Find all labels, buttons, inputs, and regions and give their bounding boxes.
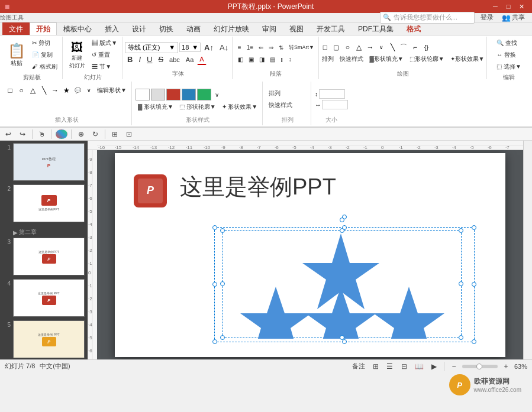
theme-color[interactable] — [56, 129, 67, 139]
style-more[interactable]: ∨ — [212, 89, 221, 100]
shape-triangle[interactable]: △ — [353, 42, 364, 53]
inner-handle-rotate[interactable] — [340, 218, 344, 222]
replace-btn[interactable]: ↔ 替换 — [494, 50, 524, 60]
tab-design[interactable]: 设计 — [125, 22, 153, 35]
fmt-shape-star5[interactable]: ★ — [61, 85, 72, 96]
slide-thumb-4[interactable]: 这里是举例 PPT P — [13, 279, 85, 317]
shape-rounded-rect[interactable]: ▢ — [331, 42, 341, 53]
shape-line[interactable]: ╲ — [387, 42, 398, 53]
maximize-btn[interactable]: □ — [502, 2, 514, 11]
quick-styles-fmt-btn[interactable]: 快速样式 — [266, 100, 308, 111]
redo-btn[interactable]: ↪ — [17, 128, 28, 140]
fmt-shape-callout[interactable]: 💬 — [72, 85, 83, 96]
line-spacing-btn[interactable]: ↕ — [286, 54, 294, 64]
strikethrough-btn[interactable]: S — [156, 54, 166, 65]
shape-callout[interactable]: {} — [421, 42, 431, 53]
shape-effect-fmt[interactable]: ✦ 形状效果▼ — [220, 102, 260, 112]
handle-tl[interactable] — [212, 225, 217, 230]
search-input[interactable]: 🔍 告诉我您想要做什么... — [380, 12, 475, 24]
outline-view-btn[interactable]: ☰ — [384, 361, 396, 372]
quick-styles-btn[interactable]: 快速样式 — [337, 54, 366, 64]
select-btn[interactable]: ⬚ 选择▼ — [494, 61, 524, 72]
text-direction-btn[interactable]: ⇅ — [276, 42, 286, 53]
font-size-decrease[interactable]: A↓ — [217, 42, 231, 53]
star-bottom-right[interactable] — [373, 287, 444, 339]
login-btn[interactable]: 登录 — [478, 12, 496, 22]
style-3[interactable] — [166, 89, 180, 100]
align-left-btn[interactable]: ◧ — [236, 54, 246, 64]
cut-btn[interactable]: ✂ 剪切 — [30, 38, 60, 48]
underline-btn[interactable]: U — [144, 54, 154, 65]
paint-tool[interactable]: ⊡ — [123, 128, 135, 140]
arrange-btn[interactable]: 排列 — [320, 54, 336, 64]
font-name-select[interactable]: 等线 (正文)▼ — [125, 42, 178, 53]
fmt-shape-arrow[interactable]: → — [50, 85, 60, 96]
zoom-in-btn[interactable]: + — [500, 361, 512, 372]
shape-rect[interactable]: □ — [320, 42, 330, 53]
slide-item-2[interactable]: 2 P 这里是举例PPT — [2, 184, 85, 222]
decrease-indent-btn[interactable]: ⇐ — [256, 42, 266, 53]
copy-btn[interactable]: 📄 复制 — [30, 50, 60, 60]
shape-fill-fmt[interactable]: ▓ 形状填充▼ — [136, 102, 176, 112]
star-bottom-left[interactable] — [240, 287, 311, 339]
handle-tr[interactable] — [472, 225, 476, 230]
reading-view-btn[interactable]: 📖 — [412, 361, 426, 372]
star-bottom-center[interactable] — [305, 287, 376, 339]
tab-file[interactable]: 文件 — [2, 22, 30, 35]
zoom-slider[interactable] — [462, 365, 498, 368]
find-btn[interactable]: 🔍 查找 — [494, 38, 524, 48]
undo-btn[interactable]: ↩ — [2, 128, 14, 140]
slide-thumb-5[interactable]: 这里是举例 PPT P — [13, 320, 85, 358]
fmt-shape-oval[interactable]: ○ — [16, 85, 27, 96]
slide-item-4[interactable]: 4 这里是举例 PPT P — [2, 279, 85, 317]
shape-arrow[interactable]: → — [365, 42, 375, 53]
slide-thumb-1[interactable]: PPT教程 P — [13, 143, 85, 181]
font-size-increase[interactable]: A↑ — [202, 42, 216, 53]
handle-bl[interactable] — [212, 339, 217, 344]
slide-item-1[interactable]: 1 PPT教程 P — [2, 143, 85, 181]
handle-mr[interactable] — [472, 282, 476, 287]
tab-animations[interactable]: 动画 — [180, 22, 207, 35]
inner-handle-mr[interactable] — [459, 281, 463, 286]
tab-pdf[interactable]: PDF工具集 — [352, 22, 400, 35]
tab-templates[interactable]: 模板中心 — [57, 22, 98, 35]
tab-insert[interactable]: 插入 — [98, 22, 125, 35]
tab-home[interactable]: 开始 — [30, 22, 57, 35]
convert-smartart-btn[interactable]: 转SmArt▼ — [286, 42, 317, 53]
close-btn[interactable]: ✕ — [515, 2, 527, 11]
justify-btn[interactable]: ▤ — [267, 54, 278, 64]
tab-format[interactable]: 格式 — [400, 22, 427, 35]
format-tool[interactable]: ⊞ — [109, 128, 121, 140]
handle-bc[interactable] — [342, 339, 347, 344]
handle-ml[interactable] — [212, 282, 217, 287]
fmt-shape-tri[interactable]: △ — [27, 85, 38, 96]
shape-outline-fmt[interactable]: ⬚ 形状轮廓▼ — [177, 102, 218, 112]
inner-handle-tc[interactable] — [340, 228, 344, 233]
increase-indent-btn[interactable]: ⇒ — [266, 42, 276, 53]
stars-selection-outer[interactable] — [214, 227, 475, 342]
layout-btn[interactable]: ▦ 版式▼ — [89, 38, 120, 48]
tab-transitions[interactable]: 切换 — [153, 22, 180, 35]
font-size-select[interactable]: 18▼ — [179, 43, 201, 52]
slide-item-3[interactable]: 3 这里是举例PPT P — [2, 238, 85, 275]
slide-thumb-3[interactable]: 这里是举例PPT P — [13, 238, 85, 275]
shape-arc[interactable]: ⌒ — [398, 42, 409, 53]
fmt-shape-rect[interactable]: □ — [5, 85, 15, 96]
shape-oval[interactable]: ○ — [342, 42, 353, 53]
handle-br[interactable] — [472, 339, 476, 344]
italic-btn[interactable]: I — [136, 54, 143, 65]
align-center-btn[interactable]: ▣ — [246, 54, 256, 64]
style-4[interactable] — [182, 89, 196, 100]
rotate-cw[interactable]: ↻ — [89, 128, 101, 140]
inner-handle-bc[interactable] — [340, 335, 344, 340]
inner-handle-tr[interactable] — [459, 228, 463, 233]
inner-handle-tl[interactable] — [220, 228, 225, 233]
reset-btn[interactable]: ↺ 重置 — [89, 50, 120, 60]
new-slide-btn[interactable]: 🖼 新建幻灯片 — [66, 39, 88, 72]
bullets-btn[interactable]: ≡ — [236, 42, 244, 53]
stars-selection-inner[interactable] — [222, 230, 462, 338]
width-input[interactable] — [322, 100, 348, 109]
right-scrollbar[interactable] — [523, 141, 532, 359]
shape-outline-btn[interactable]: ⬚形状轮廓▼ — [407, 54, 447, 64]
fmt-shape-line[interactable]: ╲ — [38, 85, 49, 96]
